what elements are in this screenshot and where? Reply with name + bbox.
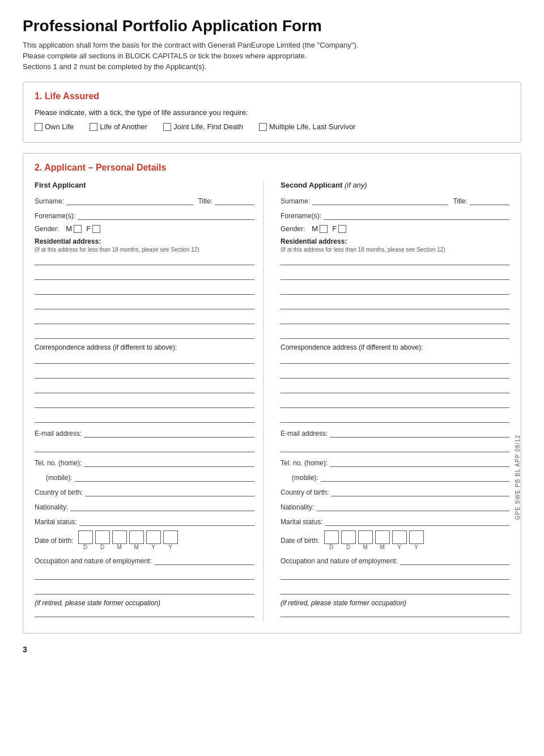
- first-tel-home-input[interactable]: [84, 457, 254, 467]
- intro-text-2: Please complete all sections in BLOCK CA…: [23, 52, 521, 60]
- second-dob-row: Date of birth: D D M M: [280, 530, 509, 550]
- second-gender-f-label: F: [332, 224, 337, 233]
- second-nationality-input[interactable]: [316, 501, 509, 511]
- first-correspondence-label: Correspondence address (if different to …: [35, 343, 254, 351]
- first-dob-d2-input[interactable]: [95, 530, 110, 544]
- first-email-line2[interactable]: [35, 442, 254, 452]
- first-corr-line5[interactable]: [35, 413, 254, 423]
- first-occupation-row: Occupation and nature of employment:: [35, 555, 254, 565]
- first-surname-input[interactable]: [66, 195, 193, 205]
- second-corr-line1[interactable]: [280, 354, 509, 364]
- second-tel-mobile-input[interactable]: [321, 472, 509, 482]
- life-of-another-option: Life of Another: [90, 122, 147, 131]
- first-gender-f-label: F: [86, 224, 91, 233]
- first-dob-y1-placeholder: Y: [146, 544, 161, 550]
- second-occupation-line3[interactable]: [280, 584, 509, 594]
- second-gender-m-label: M: [312, 224, 318, 233]
- second-tel-home-input[interactable]: [330, 457, 509, 467]
- first-addr-line5[interactable]: [35, 314, 254, 324]
- second-email-line2[interactable]: [280, 442, 509, 452]
- second-marital-input[interactable]: [325, 516, 509, 526]
- first-occupation-line3[interactable]: [35, 584, 254, 594]
- second-dob-d2-input[interactable]: [341, 530, 356, 544]
- first-applicant-header: First Applicant: [35, 181, 254, 189]
- first-corr-line4[interactable]: [35, 398, 254, 408]
- second-gender-m-checkbox[interactable]: [320, 225, 328, 233]
- second-email-input[interactable]: [330, 427, 509, 438]
- second-gender-f-checkbox[interactable]: [338, 225, 346, 233]
- first-retired-input[interactable]: [35, 607, 254, 617]
- second-retired-input[interactable]: [280, 607, 509, 617]
- side-label: GPE SWE PB BL APP 08/12: [515, 435, 521, 520]
- second-dob-y1-input[interactable]: [392, 530, 407, 544]
- second-country-input[interactable]: [331, 486, 509, 496]
- first-gender-f-checkbox[interactable]: [92, 225, 100, 233]
- joint-life-checkbox[interactable]: [163, 123, 171, 131]
- second-corr-line3[interactable]: [280, 383, 509, 393]
- second-corr-line2[interactable]: [280, 368, 509, 379]
- life-of-another-label: Life of Another: [100, 122, 147, 131]
- second-corr-line5[interactable]: [280, 413, 509, 423]
- first-applicant-col: First Applicant Surname: Title: Forename…: [35, 181, 264, 622]
- second-email-label: E-mail address:: [280, 430, 328, 438]
- life-of-another-checkbox[interactable]: [90, 123, 97, 131]
- first-addr-line6[interactable]: [35, 329, 254, 339]
- second-marital-label: Marital status:: [280, 518, 323, 526]
- first-addr-line3[interactable]: [35, 284, 254, 295]
- multiple-life-checkbox[interactable]: [259, 123, 267, 131]
- first-dob-m1: M: [112, 530, 127, 550]
- second-dob-m2-input[interactable]: [375, 530, 390, 544]
- second-correspondence-section: Correspondence address (if different to …: [280, 343, 509, 423]
- own-life-checkbox[interactable]: [35, 123, 42, 131]
- first-occupation-line2[interactable]: [35, 570, 254, 580]
- second-dob-y1: Y: [392, 530, 407, 550]
- first-addr-line1[interactable]: [35, 255, 254, 265]
- first-addr-line4[interactable]: [35, 299, 254, 309]
- first-marital-input[interactable]: [79, 516, 254, 526]
- second-corr-line4[interactable]: [280, 398, 509, 408]
- second-residential-sublabel: (If at this address for less than 18 mon…: [280, 247, 509, 253]
- first-nationality-input[interactable]: [70, 501, 254, 511]
- first-corr-line3[interactable]: [35, 383, 254, 393]
- first-gender-f-option: F: [86, 224, 100, 233]
- first-dob-m2-input[interactable]: [129, 530, 144, 544]
- first-title-input[interactable]: [215, 195, 254, 205]
- second-surname-input[interactable]: [312, 195, 448, 205]
- first-occupation-input[interactable]: [154, 555, 254, 565]
- second-dob-y2-placeholder: Y: [409, 544, 424, 550]
- first-corr-line2[interactable]: [35, 368, 254, 379]
- first-dob-m1-input[interactable]: [112, 530, 127, 544]
- multiple-life-label: Multiple Life, Last Survivor: [269, 122, 355, 131]
- second-addr-line2[interactable]: [280, 270, 509, 280]
- second-forenames-input[interactable]: [324, 210, 509, 220]
- first-correspondence-section: Correspondence address (if different to …: [35, 343, 254, 423]
- first-addr-line2[interactable]: [35, 270, 254, 280]
- first-forenames-input[interactable]: [78, 210, 254, 220]
- second-addr-line4[interactable]: [280, 299, 509, 309]
- own-life-label: Own Life: [45, 122, 74, 131]
- second-occupation-line2[interactable]: [280, 570, 509, 580]
- second-occupation-input[interactable]: [400, 555, 509, 565]
- second-gender-label: Gender:: [280, 225, 305, 233]
- first-dob-d2: D: [95, 530, 110, 550]
- first-dob-y1-input[interactable]: [146, 530, 161, 544]
- second-addr-line3[interactable]: [280, 284, 509, 295]
- first-corr-line1[interactable]: [35, 354, 254, 364]
- first-country-input[interactable]: [85, 486, 254, 496]
- first-residential-section: Residential address: (If at this address…: [35, 237, 254, 339]
- first-gender-m-checkbox[interactable]: [74, 225, 82, 233]
- first-dob-d1-input[interactable]: [78, 530, 93, 544]
- second-addr-line6[interactable]: [280, 329, 509, 339]
- second-title-label: Title:: [453, 197, 468, 205]
- first-dob-y2-input[interactable]: [163, 530, 178, 544]
- second-title-input[interactable]: [470, 195, 509, 205]
- second-dob-d1-input[interactable]: [324, 530, 339, 544]
- first-dob-y1: Y: [146, 530, 161, 550]
- first-email-input[interactable]: [84, 427, 254, 438]
- second-dob-y2-input[interactable]: [409, 530, 424, 544]
- first-tel-mobile-input[interactable]: [75, 472, 254, 482]
- second-dob-m1-input[interactable]: [358, 530, 373, 544]
- second-addr-line5[interactable]: [280, 314, 509, 324]
- second-addr-line1[interactable]: [280, 255, 509, 265]
- first-residential-sublabel: (If at this address for less than 18 mon…: [35, 247, 254, 253]
